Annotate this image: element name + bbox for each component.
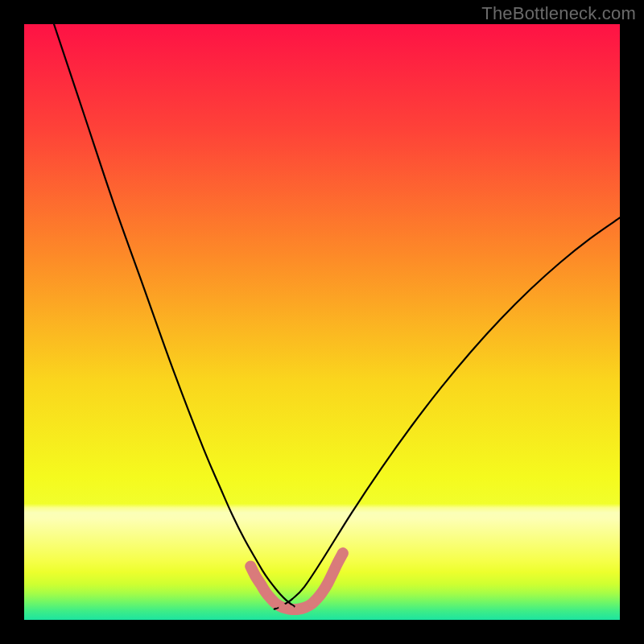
marker-dot [262,588,270,596]
marker-dot [257,580,265,588]
marker-dot [324,579,332,587]
watermark-text: TheBottleneck.com [481,3,636,24]
curve-layer [24,24,620,620]
marker-dot [333,559,341,568]
plot-area [24,24,620,620]
chart-frame: TheBottleneck.com [0,0,644,644]
marker-dot [246,562,254,570]
marker-dot [279,603,287,611]
marker-dot [339,549,347,557]
left-curve [54,24,298,609]
right-curve [275,218,620,609]
marker-dot [318,588,326,597]
marker-dot [294,605,302,613]
marker-dot [287,605,295,613]
marker-dot [251,572,259,580]
